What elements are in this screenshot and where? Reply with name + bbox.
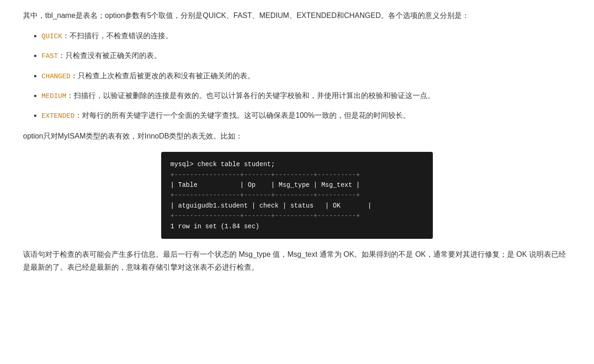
code-line-2: +-----------------+-------+----------+--… [170, 171, 360, 179]
code-line-6: +-----------------+-------+----------+--… [170, 212, 360, 220]
code-line-5: | atguigudb1.student | check | status | … [170, 202, 372, 209]
options-list: QUICK：不扫描行，不检查错误的连接。 FAST：只检查没有被正确关闭的表。 … [23, 29, 571, 122]
description-changed: ：只检查上次检查后被更改的表和没有被正确关闭的表。 [70, 72, 255, 80]
code-block-wrapper: mysql> check table student; +-----------… [23, 152, 571, 239]
footer-paragraph: 该语句对于检查的表可能会产生多行信息。最后一行有一个状态的 Msg_type 值… [23, 248, 571, 274]
keyword-changed: CHANGED [41, 73, 70, 81]
list-item: CHANGED：只检查上次检查后被更改的表和没有被正确关闭的表。 [41, 69, 571, 83]
option-note-paragraph: option只对MyISAM类型的表有效，对InnoDB类型的表无效。比如： [23, 130, 571, 143]
code-line-4: +-----------------+-------+----------+--… [170, 191, 360, 199]
code-line-7: 1 row in set (1.84 sec) [170, 223, 259, 230]
description-quick: ：不扫描行，不检查错误的连接。 [62, 32, 173, 40]
description-fast: ：只检查没有被正确关闭的表。 [58, 52, 161, 59]
list-item: FAST：只检查没有被正确关闭的表。 [41, 49, 571, 63]
keyword-fast: FAST [41, 52, 58, 60]
code-block: mysql> check table student; +-----------… [161, 152, 433, 239]
keyword-quick: QUICK [41, 33, 62, 40]
code-line-1: mysql> check table student; [170, 161, 275, 168]
keyword-medium: MEDIUM [41, 92, 66, 100]
list-item: QUICK：不扫描行，不检查错误的连接。 [41, 29, 571, 43]
code-line-3: | Table | Op | Msg_type | Msg_text | [170, 181, 360, 189]
intro-paragraph: 其中，tbl_name是表名；option参数有5个取值，分别是QUICK、FA… [23, 9, 571, 22]
list-item: MEDIUM：扫描行，以验证被删除的连接是有效的。也可以计算各行的关键字校验和，… [41, 89, 571, 103]
keyword-extended: EXTENDED [41, 112, 75, 120]
description-extended: ：对每行的所有关键字进行一个全面的关键字查找。这可以确保表是100%一致的，但是… [75, 111, 410, 119]
description-medium: ：扫描行，以验证被删除的连接是有效的。也可以计算各行的关键字校验和，并使用计算出… [66, 92, 435, 99]
list-item: EXTENDED：对每行的所有关键字进行一个全面的关键字查找。这可以确保表是10… [41, 109, 571, 122]
